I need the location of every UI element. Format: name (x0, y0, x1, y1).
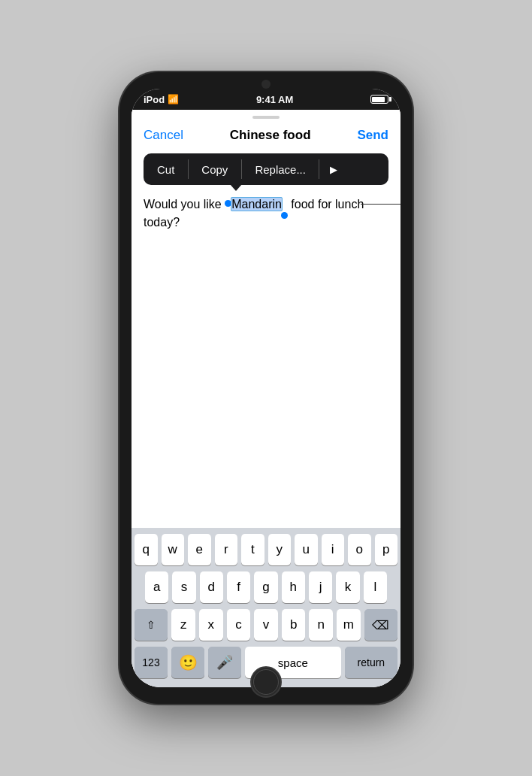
key-c[interactable]: c (227, 609, 251, 641)
annotation-line (361, 204, 401, 205)
status-time: 9:41 AM (256, 94, 293, 105)
key-a[interactable]: a (145, 571, 168, 603)
device-screen: iPod 📶 9:41 AM Cancel (131, 89, 401, 687)
key-o[interactable]: o (348, 534, 371, 565)
text-before: Would you like (144, 198, 225, 211)
key-h[interactable]: h (282, 571, 305, 603)
key-k[interactable]: k (336, 571, 359, 603)
key-m[interactable]: m (337, 609, 361, 641)
handle-bar (252, 116, 280, 119)
context-menu: Cut Copy Replace... ▶ (144, 153, 388, 185)
key-r[interactable]: r (215, 534, 238, 565)
grab-end-point[interactable] (281, 212, 288, 219)
text-area[interactable]: Would you like Mandarin food for lunch t… (131, 188, 401, 362)
key-y[interactable]: y (268, 534, 292, 565)
key-u[interactable]: u (295, 534, 318, 565)
emoji-key[interactable]: 🙂 (171, 647, 204, 678)
keyboard-row-1: q w e r t y u i o p (135, 534, 397, 565)
key-p[interactable]: p (375, 534, 398, 565)
status-left: iPod 📶 (144, 94, 179, 105)
keyboard: q w e r t y u i o p a s (131, 528, 401, 687)
wifi-icon: 📶 (168, 94, 179, 105)
delete-key[interactable]: ⌫ (364, 609, 397, 641)
return-key[interactable]: return (345, 647, 397, 678)
cancel-button[interactable]: Cancel (144, 128, 183, 143)
selected-word: Mandarin (231, 197, 283, 211)
keyboard-row-3: ⇧ z x c v b n m ⌫ (135, 609, 397, 641)
message-text: Would you like Mandarin food for lunch t… (144, 196, 388, 232)
microphone-key[interactable]: 🎤 (208, 647, 241, 678)
key-i[interactable]: i (322, 534, 345, 565)
key-x[interactable]: x (199, 609, 223, 641)
home-button[interactable] (250, 666, 282, 698)
key-z[interactable]: z (171, 609, 195, 641)
copy-button[interactable]: Copy (188, 153, 241, 185)
context-menu-container: Cut Copy Replace... ▶ (144, 153, 388, 185)
key-n[interactable]: n (309, 609, 333, 641)
device-frame: iPod 📶 9:41 AM Cancel (119, 72, 413, 704)
screen-content: Cancel Chinese food Send Cut Copy Replac… (131, 110, 401, 687)
numbers-key[interactable]: 123 (135, 647, 168, 678)
shift-key[interactable]: ⇧ (135, 609, 168, 641)
key-s[interactable]: s (172, 571, 195, 603)
keyboard-row-2: a s d f g h j k l (135, 571, 397, 603)
cut-button[interactable]: Cut (144, 153, 188, 185)
key-f[interactable]: f (227, 571, 250, 603)
nav-title: Chinese food (230, 128, 311, 143)
key-b[interactable]: b (282, 609, 306, 641)
key-l[interactable]: l (364, 571, 387, 603)
key-j[interactable]: j (309, 571, 332, 603)
status-bar: iPod 📶 9:41 AM (131, 89, 401, 110)
spacer (131, 362, 401, 528)
key-w[interactable]: w (162, 534, 185, 565)
status-right (370, 95, 388, 104)
sheet-handle (131, 110, 401, 122)
send-button[interactable]: Send (357, 128, 388, 143)
front-camera (261, 80, 271, 89)
key-d[interactable]: d (200, 571, 223, 603)
key-v[interactable]: v (254, 609, 278, 641)
nav-bar: Cancel Chinese food Send (131, 122, 401, 150)
key-e[interactable]: e (188, 534, 211, 565)
key-q[interactable]: q (135, 534, 158, 565)
key-g[interactable]: g (254, 571, 277, 603)
grab-points-annotation: Grab points (361, 199, 401, 210)
replace-button[interactable]: Replace... (241, 153, 319, 185)
key-t[interactable]: t (241, 534, 264, 565)
more-button[interactable]: ▶ (319, 153, 348, 185)
battery-icon (370, 95, 388, 104)
carrier-label: iPod (144, 94, 165, 105)
